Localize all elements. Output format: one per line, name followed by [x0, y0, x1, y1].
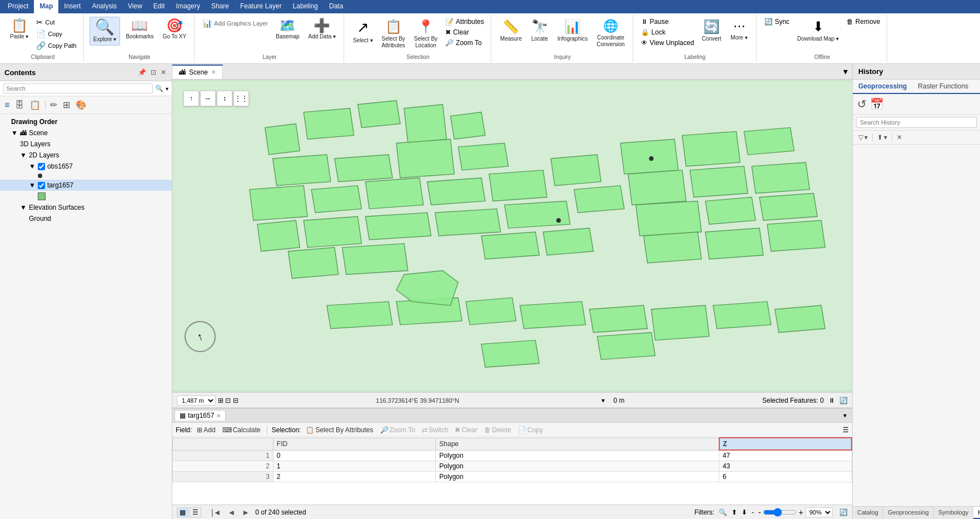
2d-layers-item[interactable]: ▼ 2D Layers [0, 150, 172, 161]
scale-select[interactable]: 1,487 m [177, 396, 216, 406]
clear-history-button[interactable]: ✕ [894, 132, 904, 142]
basemap-button[interactable]: 🗺️ Basemap [272, 17, 302, 42]
tab-view[interactable]: View [122, 0, 148, 13]
refresh-icon[interactable]: 🔄 [839, 397, 848, 404]
tab-edit[interactable]: Edit [148, 0, 171, 13]
add-data-button[interactable]: ➕ Add Data ▾ [305, 17, 339, 42]
tab-analysis[interactable]: Analysis [86, 0, 122, 13]
sort-up-button[interactable]: ⬆ ▾ [875, 132, 889, 142]
table-icon[interactable]: 📋 [28, 98, 42, 111]
layers-icon[interactable]: ≡ [3, 99, 11, 111]
pencil-icon[interactable]: ✏ [49, 98, 58, 111]
tilt-up-button[interactable]: ↑ [183, 91, 199, 106]
sync-button[interactable]: 🔄 Sync [762, 17, 792, 27]
select-button[interactable]: ↗ Select ▾ [350, 17, 376, 46]
locate-button[interactable]: 🔭 Locate [528, 17, 552, 45]
coord-dropdown-icon[interactable]: ▾ [601, 397, 605, 404]
zoom-minus-btn[interactable]: - [758, 508, 761, 517]
pause-render-icon[interactable]: ⏸ [828, 397, 835, 404]
obs1657-checkbox[interactable] [38, 163, 45, 170]
zoom-slider[interactable] [763, 508, 797, 517]
download-map-button[interactable]: ⬇ Download Map ▾ [794, 17, 842, 45]
col-shape[interactable]: Shape [436, 438, 719, 450]
pin-button[interactable]: 📌 [137, 67, 147, 77]
contents-search-input[interactable] [3, 83, 153, 93]
geoprocessing-footer-tab[interactable]: Geoprocessing [883, 507, 934, 519]
elevation-surfaces-item[interactable]: ▼ Elevation Surfaces [0, 202, 172, 213]
history-footer-tab-history[interactable]: History [973, 507, 980, 519]
cut-button[interactable]: ✂ Cut [34, 17, 78, 28]
database-icon[interactable]: 🗄 [14, 99, 25, 111]
attr-tab-close-btn[interactable]: ✕ [216, 413, 221, 419]
card-view-btn[interactable]: ☰ [190, 507, 201, 517]
bookmarks-button[interactable]: 📖 Bookmarks [122, 17, 157, 42]
select-by-attrs-btn[interactable]: 📋 Select By Attributes [304, 426, 375, 434]
nav-prev-btn[interactable]: ◄ [227, 508, 237, 517]
more-nav-button[interactable]: ⋮⋮ [233, 91, 249, 106]
filter-icon-1[interactable]: 🔍 [719, 508, 727, 516]
table-view-btn[interactable]: ▦ [177, 507, 188, 517]
tab-project[interactable]: Project [2, 0, 34, 13]
goto-xy-button[interactable]: 🎯 Go To XY [159, 17, 190, 42]
nav-first-btn[interactable]: |◄ [210, 508, 222, 517]
convert-button[interactable]: 🔄 Convert [699, 17, 725, 45]
attr-table-tab-targ1657[interactable]: ▦ targ1657 ✕ [175, 410, 226, 421]
tab-feature-layer[interactable]: Feature Layer [235, 0, 287, 13]
float-button[interactable]: ⊡ [150, 67, 157, 77]
raster-functions-tab[interactable]: Raster Functions [912, 80, 974, 93]
infographics-button[interactable]: 📊 Infographics [554, 17, 591, 45]
3d-layers-item[interactable]: 3D Layers [0, 139, 172, 150]
filter-icon-3[interactable]: ⬇ [742, 508, 747, 516]
col-fid[interactable]: FID [273, 438, 435, 450]
zoom-select[interactable]: 90% [805, 507, 833, 517]
pan-button[interactable]: ↔ [200, 91, 216, 106]
tab-share[interactable]: Share [206, 0, 235, 13]
map-canvas[interactable]: ↑ ↔ ↕ ⋮⋮ ↑ [172, 80, 852, 392]
tab-labeling[interactable]: Labeling [287, 0, 324, 13]
grid-icon[interactable]: ⊞ [62, 98, 71, 111]
tab-insert[interactable]: Insert [58, 0, 86, 13]
add-field-button[interactable]: ⊞ Add [195, 426, 217, 434]
filter-button[interactable]: ▽ ▾ [856, 132, 870, 142]
select-by-attributes-button[interactable]: 📋 Select ByAttributes [379, 17, 409, 51]
attributes-button[interactable]: 📝 Attributes [443, 17, 486, 27]
ground-item[interactable]: Ground [0, 213, 172, 224]
remove-button[interactable]: 🗑 Remove [844, 17, 883, 27]
copy-button[interactable]: 📄 Copy [34, 28, 78, 39]
nav-next-btn[interactable]: ► [241, 508, 251, 517]
pause-button[interactable]: ⏸ Pause [639, 17, 697, 27]
close-panel-button[interactable]: ✕ [160, 67, 167, 77]
tab-dropdown-btn[interactable]: ▾ [839, 64, 852, 79]
history-search-input[interactable] [856, 117, 977, 128]
measure-button[interactable]: 📏 Measure [497, 17, 525, 45]
search-icon[interactable]: 🔍 [155, 85, 163, 92]
zoom-plus-btn[interactable]: + [799, 508, 803, 517]
scene-tab[interactable]: 🏙 Scene ✕ [172, 65, 223, 79]
attr-tab-dropdown[interactable]: ▾ [840, 411, 850, 421]
refresh-table-btn[interactable]: 🔄 [839, 508, 848, 516]
paste-button[interactable]: 📋 Paste ▾ [7, 17, 32, 42]
scene-tab-close[interactable]: ✕ [211, 69, 216, 75]
copy-path-button[interactable]: 🔗 Copy Path [34, 40, 78, 51]
targ1657-checkbox[interactable] [38, 182, 45, 189]
calculate-button[interactable]: ⌨ Calculate [221, 426, 262, 434]
zoom-to-button[interactable]: 🔎 Zoom To [443, 38, 486, 48]
add-graphics-btn[interactable]: 📊 Add Graphics Layer [200, 18, 270, 29]
history-back-icon[interactable]: ↺ [857, 97, 867, 111]
symbology-footer-tab[interactable]: Symbology [934, 507, 973, 519]
select-by-location-button[interactable]: 📍 Select ByLocation [411, 17, 441, 51]
catalog-footer-tab[interactable]: Catalog [853, 507, 883, 519]
attr-table[interactable]: FID Shape Z 1 0 Polygon 47 2 [172, 437, 852, 505]
scene-item[interactable]: ▼ 🏙 Scene [0, 127, 172, 139]
more-button[interactable]: ⋯ More ▾ [727, 17, 752, 43]
tab-map[interactable]: Map [34, 0, 58, 13]
table-options-btn[interactable]: ☰ [843, 426, 849, 434]
view-unplaced-button[interactable]: 👁 View Unplaced [639, 38, 697, 48]
search-dropdown-icon[interactable]: ▾ [166, 86, 168, 92]
history-calendar-icon[interactable]: 📅 [870, 97, 884, 111]
rotate-button[interactable]: ↕ [217, 91, 232, 106]
clear-button[interactable]: ✖ Clear [443, 27, 486, 37]
obs1657-item[interactable]: ▼ obs1657 [0, 161, 172, 172]
tab-data[interactable]: Data [324, 0, 349, 13]
filter-icon-2[interactable]: ⬆ [732, 508, 737, 516]
